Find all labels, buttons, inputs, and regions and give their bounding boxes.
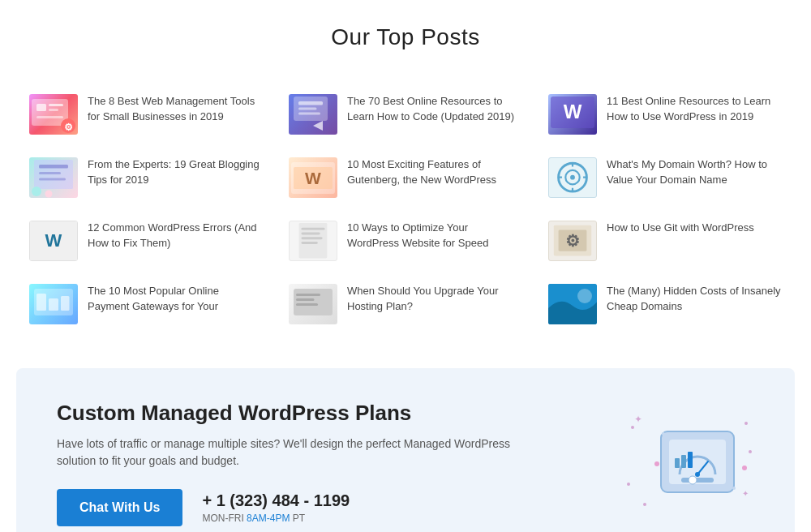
svg-rect-59 xyxy=(675,458,680,468)
svg-point-58 xyxy=(695,472,700,477)
svg-text:W: W xyxy=(564,101,582,122)
svg-rect-2 xyxy=(49,104,63,106)
post-title: How to Use Git with WordPress xyxy=(607,221,754,236)
svg-rect-4 xyxy=(36,116,63,118)
svg-point-11 xyxy=(32,187,41,196)
post-title: 12 Common WordPress Errors (And How to F… xyxy=(88,221,263,251)
post-thumbnail: W xyxy=(289,157,337,198)
posts-col-3: W 11 Best Online Resources to Learn How … xyxy=(535,83,795,336)
svg-rect-8 xyxy=(39,165,68,169)
svg-rect-61 xyxy=(688,452,693,468)
list-item[interactable]: The 10 Most Popular Online Payment Gatew… xyxy=(16,272,276,336)
svg-point-66 xyxy=(728,435,732,439)
svg-rect-26 xyxy=(302,228,325,230)
svg-rect-15 xyxy=(49,298,58,311)
post-thumbnail xyxy=(289,284,337,324)
post-title: The 70 Best Online Resources to Learn Ho… xyxy=(347,94,522,125)
svg-point-63 xyxy=(689,476,697,484)
post-thumbnail xyxy=(289,94,337,135)
svg-rect-60 xyxy=(681,455,686,468)
list-item[interactable]: From the Experts: 19 Great Blogging Tips… xyxy=(16,146,276,209)
post-title: 11 Best Online Resources to Learn How to… xyxy=(607,94,782,125)
list-item[interactable]: The 70 Best Online Resources to Learn Ho… xyxy=(276,83,535,146)
phone-number: + 1 (323) 484 - 1199 xyxy=(202,491,350,510)
svg-rect-9 xyxy=(39,172,61,174)
cta-actions: Chat With Us + 1 (323) 484 - 1199 MON-FR… xyxy=(57,489,511,526)
post-thumbnail xyxy=(548,157,597,198)
svg-rect-20 xyxy=(298,112,320,114)
svg-point-68 xyxy=(654,461,659,466)
post-thumbnail xyxy=(289,221,337,261)
svg-rect-19 xyxy=(298,107,317,109)
phone-hours: MON-FRI 8AM-4PM PT xyxy=(202,513,350,524)
svg-rect-32 xyxy=(296,298,315,301)
svg-rect-33 xyxy=(296,303,318,306)
svg-rect-27 xyxy=(302,233,320,235)
hours-link[interactable]: 8AM-4PM xyxy=(247,513,290,524)
svg-point-38 xyxy=(570,175,575,180)
svg-marker-21 xyxy=(313,121,323,131)
list-item[interactable]: What's My Domain Worth? How to Value You… xyxy=(535,146,795,209)
svg-text:⚙: ⚙ xyxy=(64,122,73,133)
post-title: From the Experts: 19 Great Blogging Tips… xyxy=(88,157,263,188)
post-thumbnail: ⚙ xyxy=(548,221,597,261)
post-title: The 10 Most Popular Online Payment Gatew… xyxy=(88,284,263,315)
list-item[interactable]: ⚙ How to Use Git with WordPress xyxy=(535,209,795,272)
svg-point-48 xyxy=(631,426,634,429)
svg-rect-28 xyxy=(302,238,323,240)
post-title: 10 Ways to Optimize Your WordPress Websi… xyxy=(347,221,522,251)
post-thumbnail xyxy=(548,284,597,324)
post-thumbnail: W xyxy=(548,94,597,135)
svg-rect-16 xyxy=(61,296,70,311)
list-item[interactable]: The (Many) Hidden Costs of Insanely Chea… xyxy=(535,272,795,336)
list-item[interactable]: When Should You Upgrade Your Hosting Pla… xyxy=(276,272,535,336)
post-title: When Should You Upgrade Your Hosting Pla… xyxy=(347,284,522,315)
wp-logo: W xyxy=(30,221,77,260)
hours-suffix: PT xyxy=(290,513,305,524)
cta-title: Custom Managed WordPress Plans xyxy=(57,401,511,426)
svg-point-49 xyxy=(744,422,748,425)
svg-rect-1 xyxy=(36,104,46,111)
list-item[interactable]: W 11 Best Online Resources to Learn How … xyxy=(535,83,795,146)
cta-content: Custom Managed WordPress Plans Have lots… xyxy=(57,401,511,526)
posts-col-1: ⚙ The 8 Best Web Management Tools for Sm… xyxy=(16,83,276,336)
chat-button[interactable]: Chat With Us xyxy=(57,489,182,526)
svg-rect-29 xyxy=(302,242,318,244)
list-item[interactable]: 10 Ways to Optimize Your WordPress Websi… xyxy=(276,209,535,272)
svg-point-12 xyxy=(45,190,53,197)
cta-description: Have lots of traffic or manage multiple … xyxy=(57,435,511,470)
cta-banner: Custom Managed WordPress Plans Have lots… xyxy=(16,368,795,532)
post-title: 10 Most Exciting Features of Gutenberg, … xyxy=(347,157,522,188)
posts-col-2: The 70 Best Online Resources to Learn Ho… xyxy=(276,83,535,336)
svg-rect-10 xyxy=(39,178,66,180)
post-thumbnail xyxy=(29,284,78,324)
svg-text:✦: ✦ xyxy=(742,489,749,498)
svg-point-64 xyxy=(662,432,665,435)
post-title: What's My Domain Worth? How to Value You… xyxy=(607,157,782,188)
cta-phone: + 1 (323) 484 - 1199 MON-FRI 8AM-4PM PT xyxy=(202,491,350,524)
post-thumbnail: ⚙ xyxy=(29,94,78,135)
posts-grid: ⚙ The 8 Best Web Management Tools for Sm… xyxy=(16,83,795,336)
svg-rect-14 xyxy=(36,294,46,311)
page-wrapper: Our Top Posts ⚙ xyxy=(0,0,811,532)
list-item[interactable]: W 10 Most Exciting Features of Gutenberg… xyxy=(276,146,535,209)
post-title: The 8 Best Web Management Tools for Smal… xyxy=(88,94,263,125)
list-item[interactable]: ⚙ The 8 Best Web Management Tools for Sm… xyxy=(16,83,276,146)
svg-rect-30 xyxy=(294,289,333,315)
post-title: The (Many) Hidden Costs of Insanely Chea… xyxy=(607,284,782,315)
section-title: Our Top Posts xyxy=(16,24,795,50)
svg-point-52 xyxy=(643,503,646,506)
cta-illustration: ✦ ✦ xyxy=(624,411,754,517)
post-thumbnail: W xyxy=(29,221,78,261)
hours-prefix: MON-FRI xyxy=(202,513,247,524)
svg-text:⚙: ⚙ xyxy=(565,232,580,250)
list-item[interactable]: W 12 Common WordPress Errors (And How to… xyxy=(16,209,276,272)
svg-rect-62 xyxy=(681,478,714,483)
svg-text:W: W xyxy=(305,169,321,187)
svg-point-50 xyxy=(749,450,752,453)
svg-rect-18 xyxy=(298,101,323,105)
svg-rect-31 xyxy=(296,294,320,296)
svg-point-51 xyxy=(627,483,630,486)
svg-rect-3 xyxy=(49,109,58,111)
svg-text:✦: ✦ xyxy=(634,414,642,425)
